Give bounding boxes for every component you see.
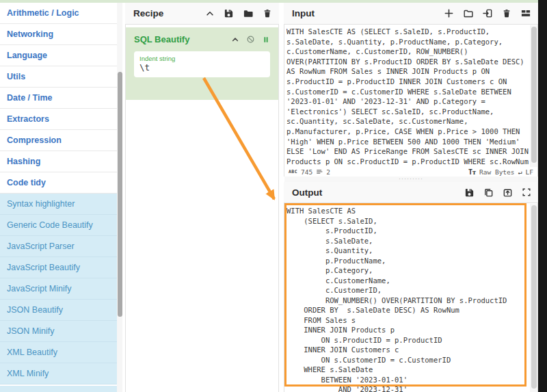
save-output-icon[interactable] (464, 187, 475, 198)
recipe-title: Recipe (133, 8, 163, 18)
category-label: Date / Time (7, 93, 52, 103)
category-item[interactable]: Arithmetic / Logic (0, 3, 117, 24)
category-label: Code tidy (7, 178, 46, 187)
adjacent-window-edge (538, 0, 547, 392)
category-item[interactable]: Networking (0, 24, 117, 45)
operation-label: JSON Beautify (7, 305, 63, 315)
category-label: Hashing (7, 157, 40, 166)
maximize-output-icon[interactable] (522, 187, 531, 197)
category-item[interactable]: Date / Time (0, 88, 117, 109)
open-folder-icon[interactable] (463, 8, 474, 18)
input-output-splitter[interactable]: ········· (284, 177, 537, 182)
operation-label: JavaScript Minify (7, 284, 71, 293)
clear-input-trash-icon[interactable] (502, 8, 511, 18)
char-count-value: 745 (301, 168, 312, 176)
char-count-icon: ABC (289, 169, 297, 174)
output-textarea[interactable]: WITH SalesCTE AS (SELECT s.SaleID, s.Pro… (286, 206, 530, 392)
collapse-recipe-icon[interactable] (205, 9, 215, 18)
operation-title: SQL Beautify (134, 34, 189, 44)
category-item[interactable]: Language (0, 45, 117, 66)
operation-list: Syntax highlighter Generic Code Beautify… (0, 194, 117, 392)
input-scrollbar-thumb[interactable] (531, 27, 537, 163)
input-header: Input (284, 3, 538, 25)
eol-arrow-icon: ↵ (518, 168, 522, 176)
indent-string-field[interactable]: Indent string \t (134, 51, 270, 77)
open-output-new-tab-icon[interactable] (503, 187, 513, 198)
category-label: Utils (7, 72, 25, 81)
breakpoint-pause-icon[interactable] (262, 36, 270, 44)
drag-handle-dots-icon: ········· (399, 177, 423, 180)
cyberchef-app: Arithmetic / Logic Networking Language U… (0, 0, 547, 392)
operation-label: XML Beautify (7, 348, 57, 357)
indent-string-label: Indent string (139, 55, 265, 62)
category-item[interactable]: Extractors (0, 109, 117, 130)
category-label: Language (7, 51, 47, 60)
disable-operation-icon[interactable] (246, 35, 255, 44)
load-recipe-folder-icon[interactable] (243, 8, 254, 18)
operation-item[interactable]: XML Beautify (0, 342, 117, 363)
category-label: Compression (7, 135, 62, 145)
category-label: Arithmetic / Logic (7, 8, 79, 18)
category-item[interactable]: Hashing (0, 151, 117, 172)
category-list: Arithmetic / Logic Networking Language U… (0, 3, 117, 194)
operation-label: Generic Code Beautify (7, 220, 93, 230)
operation-label: JSON Minify (7, 326, 54, 336)
category-item[interactable]: Compression (0, 130, 117, 151)
category-label: Networking (7, 29, 53, 39)
line-count-value: 2 (326, 168, 330, 176)
operation-label: XML Minify (7, 369, 49, 378)
operation-label: JavaScript Parser (7, 241, 75, 251)
indent-string-value[interactable]: \t (139, 62, 265, 73)
add-input-tab-icon[interactable] (444, 8, 454, 18)
sidebar-scrollbar-thumb[interactable] (118, 72, 122, 317)
operation-item[interactable]: Generic Code Beautify (0, 215, 117, 236)
save-recipe-icon[interactable] (224, 8, 234, 18)
operation-item[interactable]: XML Minify (0, 363, 117, 384)
input-tabs-view-icon[interactable] (520, 8, 531, 18)
operation-item[interactable]: JSON Beautify (0, 300, 117, 321)
category-item[interactable]: Utils (0, 66, 117, 88)
category-label: Extractors (7, 114, 49, 124)
operation-item[interactable]: JavaScript Parser (0, 236, 117, 257)
copy-output-icon[interactable] (483, 187, 494, 198)
operation-label: JavaScript Beautify (7, 263, 80, 272)
output-title: Output (292, 187, 322, 198)
line-count-icon (316, 168, 323, 175)
open-file-import-icon[interactable] (483, 8, 493, 18)
operations-sidebar: Arithmetic / Logic Networking Language U… (0, 3, 117, 392)
clear-recipe-trash-icon[interactable] (263, 8, 272, 18)
operation-item[interactable]: JavaScript Beautify (0, 257, 117, 278)
input-textarea[interactable]: WITH SalesCTE AS (SELECT s.SaleID, s.Pro… (286, 27, 530, 167)
category-item[interactable]: Code tidy (0, 172, 117, 194)
output-header: Output (284, 182, 538, 203)
encoding-selector[interactable]: Raw Bytes (479, 168, 514, 176)
output-scrollbar-thumb[interactable] (531, 205, 537, 389)
operation-item[interactable]: JavaScript Minify (0, 278, 117, 300)
eol-selector[interactable]: LF (526, 168, 533, 176)
text-format-icon[interactable]: Tᴛ (468, 168, 476, 176)
input-title: Input (292, 8, 315, 18)
recipe-operation-sql-beautify[interactable]: SQL Beautify Indent string \t (126, 27, 278, 100)
operation-item[interactable]: JSON Minify (0, 321, 117, 342)
operation-item[interactable]: Syntax highlighter (0, 194, 117, 215)
operation-item[interactable]: SQL Beautify (0, 386, 117, 392)
collapse-operation-icon[interactable] (231, 36, 239, 44)
operation-label: Syntax highlighter (7, 199, 75, 209)
recipe-header: Recipe (125, 3, 279, 25)
